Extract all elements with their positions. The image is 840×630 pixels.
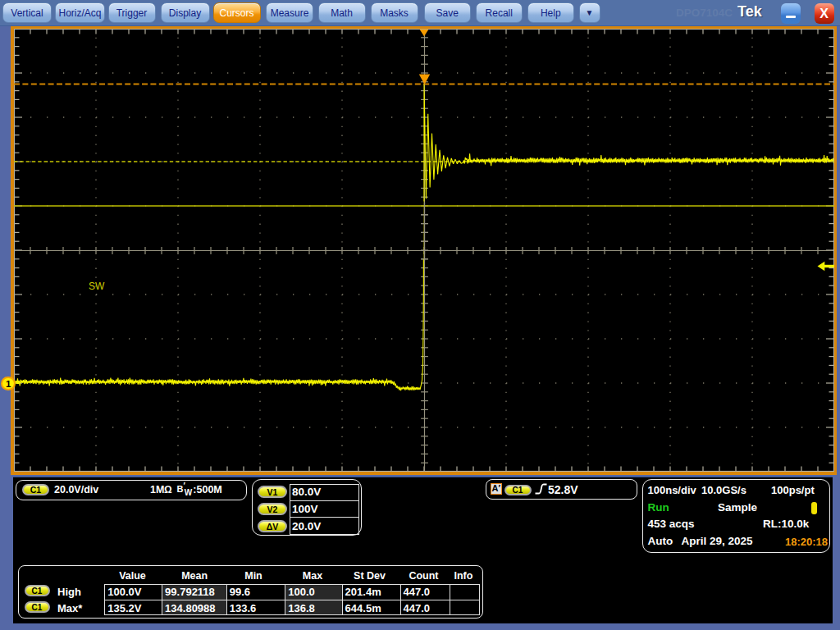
svg-text:SW: SW xyxy=(89,281,105,292)
